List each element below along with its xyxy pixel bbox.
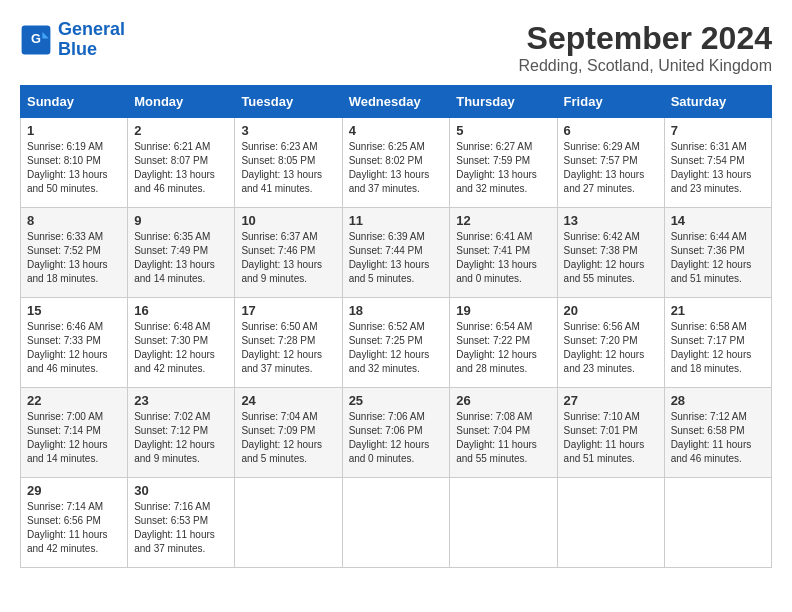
day-number: 17 (241, 303, 335, 318)
day-info: Sunrise: 6:52 AM Sunset: 7:25 PM Dayligh… (349, 320, 444, 376)
calendar-cell: 5 Sunrise: 6:27 AM Sunset: 7:59 PM Dayli… (450, 118, 557, 208)
day-number: 4 (349, 123, 444, 138)
calendar-cell: 8 Sunrise: 6:33 AM Sunset: 7:52 PM Dayli… (21, 208, 128, 298)
day-number: 2 (134, 123, 228, 138)
calendar-cell: 28 Sunrise: 7:12 AM Sunset: 6:58 PM Dayl… (664, 388, 771, 478)
calendar-cell: 10 Sunrise: 6:37 AM Sunset: 7:46 PM Dayl… (235, 208, 342, 298)
day-info: Sunrise: 6:48 AM Sunset: 7:30 PM Dayligh… (134, 320, 228, 376)
calendar-cell: 4 Sunrise: 6:25 AM Sunset: 8:02 PM Dayli… (342, 118, 450, 208)
day-number: 16 (134, 303, 228, 318)
header-sunday: Sunday (21, 86, 128, 118)
title-area: September 2024 Redding, Scotland, United… (519, 20, 773, 75)
calendar-cell: 17 Sunrise: 6:50 AM Sunset: 7:28 PM Dayl… (235, 298, 342, 388)
day-number: 6 (564, 123, 658, 138)
calendar-week-3: 15 Sunrise: 6:46 AM Sunset: 7:33 PM Dayl… (21, 298, 772, 388)
day-info: Sunrise: 6:42 AM Sunset: 7:38 PM Dayligh… (564, 230, 658, 286)
day-number: 10 (241, 213, 335, 228)
calendar-cell: 22 Sunrise: 7:00 AM Sunset: 7:14 PM Dayl… (21, 388, 128, 478)
header-saturday: Saturday (664, 86, 771, 118)
calendar-week-2: 8 Sunrise: 6:33 AM Sunset: 7:52 PM Dayli… (21, 208, 772, 298)
calendar-week-4: 22 Sunrise: 7:00 AM Sunset: 7:14 PM Dayl… (21, 388, 772, 478)
day-number: 27 (564, 393, 658, 408)
day-info: Sunrise: 7:06 AM Sunset: 7:06 PM Dayligh… (349, 410, 444, 466)
calendar-cell: 12 Sunrise: 6:41 AM Sunset: 7:41 PM Dayl… (450, 208, 557, 298)
day-number: 9 (134, 213, 228, 228)
calendar-cell: 7 Sunrise: 6:31 AM Sunset: 7:54 PM Dayli… (664, 118, 771, 208)
day-info: Sunrise: 6:27 AM Sunset: 7:59 PM Dayligh… (456, 140, 550, 196)
day-number: 3 (241, 123, 335, 138)
day-info: Sunrise: 6:29 AM Sunset: 7:57 PM Dayligh… (564, 140, 658, 196)
calendar-week-5: 29 Sunrise: 7:14 AM Sunset: 6:56 PM Dayl… (21, 478, 772, 568)
calendar-cell: 3 Sunrise: 6:23 AM Sunset: 8:05 PM Dayli… (235, 118, 342, 208)
day-number: 7 (671, 123, 765, 138)
day-info: Sunrise: 7:16 AM Sunset: 6:53 PM Dayligh… (134, 500, 228, 556)
day-number: 23 (134, 393, 228, 408)
day-number: 13 (564, 213, 658, 228)
day-number: 5 (456, 123, 550, 138)
day-number: 22 (27, 393, 121, 408)
page-header: G General Blue September 2024 Redding, S… (20, 20, 772, 75)
day-info: Sunrise: 6:46 AM Sunset: 7:33 PM Dayligh… (27, 320, 121, 376)
day-number: 25 (349, 393, 444, 408)
calendar-cell: 29 Sunrise: 7:14 AM Sunset: 6:56 PM Dayl… (21, 478, 128, 568)
day-info: Sunrise: 6:31 AM Sunset: 7:54 PM Dayligh… (671, 140, 765, 196)
calendar-week-1: 1 Sunrise: 6:19 AM Sunset: 8:10 PM Dayli… (21, 118, 772, 208)
calendar-cell: 19 Sunrise: 6:54 AM Sunset: 7:22 PM Dayl… (450, 298, 557, 388)
day-number: 18 (349, 303, 444, 318)
calendar-cell: 25 Sunrise: 7:06 AM Sunset: 7:06 PM Dayl… (342, 388, 450, 478)
day-number: 28 (671, 393, 765, 408)
month-title: September 2024 (519, 20, 773, 57)
logo-icon: G (20, 24, 52, 56)
day-number: 8 (27, 213, 121, 228)
svg-text:G: G (31, 31, 41, 46)
day-info: Sunrise: 7:02 AM Sunset: 7:12 PM Dayligh… (134, 410, 228, 466)
day-info: Sunrise: 6:54 AM Sunset: 7:22 PM Dayligh… (456, 320, 550, 376)
day-number: 21 (671, 303, 765, 318)
day-info: Sunrise: 6:37 AM Sunset: 7:46 PM Dayligh… (241, 230, 335, 286)
calendar-table: Sunday Monday Tuesday Wednesday Thursday… (20, 85, 772, 568)
calendar-cell: 30 Sunrise: 7:16 AM Sunset: 6:53 PM Dayl… (128, 478, 235, 568)
header-monday: Monday (128, 86, 235, 118)
logo: G General Blue (20, 20, 125, 60)
calendar-cell: 20 Sunrise: 6:56 AM Sunset: 7:20 PM Dayl… (557, 298, 664, 388)
day-info: Sunrise: 6:33 AM Sunset: 7:52 PM Dayligh… (27, 230, 121, 286)
calendar-cell (450, 478, 557, 568)
calendar-cell: 16 Sunrise: 6:48 AM Sunset: 7:30 PM Dayl… (128, 298, 235, 388)
header-wednesday: Wednesday (342, 86, 450, 118)
day-info: Sunrise: 6:21 AM Sunset: 8:07 PM Dayligh… (134, 140, 228, 196)
calendar-cell: 23 Sunrise: 7:02 AM Sunset: 7:12 PM Dayl… (128, 388, 235, 478)
calendar-cell: 26 Sunrise: 7:08 AM Sunset: 7:04 PM Dayl… (450, 388, 557, 478)
day-info: Sunrise: 6:23 AM Sunset: 8:05 PM Dayligh… (241, 140, 335, 196)
day-info: Sunrise: 6:19 AM Sunset: 8:10 PM Dayligh… (27, 140, 121, 196)
day-number: 20 (564, 303, 658, 318)
calendar-cell: 11 Sunrise: 6:39 AM Sunset: 7:44 PM Dayl… (342, 208, 450, 298)
calendar-cell (664, 478, 771, 568)
day-info: Sunrise: 6:39 AM Sunset: 7:44 PM Dayligh… (349, 230, 444, 286)
day-number: 24 (241, 393, 335, 408)
calendar-cell: 21 Sunrise: 6:58 AM Sunset: 7:17 PM Dayl… (664, 298, 771, 388)
calendar-cell (235, 478, 342, 568)
calendar-cell: 13 Sunrise: 6:42 AM Sunset: 7:38 PM Dayl… (557, 208, 664, 298)
calendar-cell (557, 478, 664, 568)
day-number: 19 (456, 303, 550, 318)
location-title: Redding, Scotland, United Kingdom (519, 57, 773, 75)
day-info: Sunrise: 7:12 AM Sunset: 6:58 PM Dayligh… (671, 410, 765, 466)
calendar-cell: 9 Sunrise: 6:35 AM Sunset: 7:49 PM Dayli… (128, 208, 235, 298)
day-number: 11 (349, 213, 444, 228)
calendar-cell: 24 Sunrise: 7:04 AM Sunset: 7:09 PM Dayl… (235, 388, 342, 478)
header-thursday: Thursday (450, 86, 557, 118)
calendar-cell: 6 Sunrise: 6:29 AM Sunset: 7:57 PM Dayli… (557, 118, 664, 208)
calendar-cell: 1 Sunrise: 6:19 AM Sunset: 8:10 PM Dayli… (21, 118, 128, 208)
day-number: 15 (27, 303, 121, 318)
day-number: 12 (456, 213, 550, 228)
day-info: Sunrise: 6:44 AM Sunset: 7:36 PM Dayligh… (671, 230, 765, 286)
day-info: Sunrise: 7:04 AM Sunset: 7:09 PM Dayligh… (241, 410, 335, 466)
header-friday: Friday (557, 86, 664, 118)
header-tuesday: Tuesday (235, 86, 342, 118)
calendar-cell: 2 Sunrise: 6:21 AM Sunset: 8:07 PM Dayli… (128, 118, 235, 208)
day-number: 1 (27, 123, 121, 138)
calendar-cell: 27 Sunrise: 7:10 AM Sunset: 7:01 PM Dayl… (557, 388, 664, 478)
day-info: Sunrise: 6:50 AM Sunset: 7:28 PM Dayligh… (241, 320, 335, 376)
day-info: Sunrise: 7:08 AM Sunset: 7:04 PM Dayligh… (456, 410, 550, 466)
day-info: Sunrise: 7:14 AM Sunset: 6:56 PM Dayligh… (27, 500, 121, 556)
